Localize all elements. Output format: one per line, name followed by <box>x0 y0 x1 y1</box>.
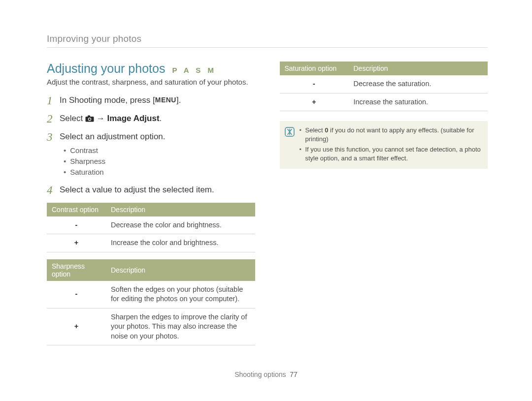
saturation-row1-sym: + <box>280 93 349 111</box>
contrast-row0-desc: Decrease the color and brightness. <box>106 216 255 234</box>
breadcrumb: Improving your photos <box>47 33 488 48</box>
step-2-arrow: → <box>94 114 107 123</box>
sharpness-row1-desc: Sharpen the edges to improve the clarity… <box>106 308 255 345</box>
content-columns: Adjusting your photos P A S M Adjust the… <box>47 62 488 345</box>
note-item-1: If you use this function, you cannot set… <box>299 145 481 163</box>
svg-rect-1 <box>88 115 90 117</box>
contrast-table: Contrast option Description - Decrease t… <box>47 203 255 252</box>
saturation-row1-desc: Increase the saturation. <box>349 93 488 111</box>
contrast-th-option: Contrast option <box>47 203 106 216</box>
step-1: In Shooting mode, press [MENU]. <box>47 95 255 106</box>
step-4-text: Select a value to adjust the selected it… <box>60 185 214 194</box>
note-box: Select 0 if you do not want to apply any… <box>280 121 488 169</box>
sharpness-row0-desc: Soften the edges on your photos (suitabl… <box>106 281 255 308</box>
step-1-text-prefix: In Shooting mode, press [ <box>60 95 155 105</box>
step-2: Select → Image Adjust. <box>47 113 255 124</box>
contrast-th-desc: Description <box>106 203 255 216</box>
right-column: Saturation option Description - Decrease… <box>280 62 488 345</box>
note-0-pre: Select <box>305 126 325 134</box>
table-row: - Decrease the saturation. <box>280 75 488 93</box>
sharpness-th-desc: Description <box>106 259 255 281</box>
section-intro: Adjust the contrast, sharpness, and satu… <box>47 78 255 86</box>
contrast-row0-sym: - <box>47 216 106 234</box>
note-list: Select 0 if you do not want to apply any… <box>299 126 481 164</box>
table-row: + Sharpen the edges to improve the clari… <box>47 308 255 345</box>
saturation-th-desc: Description <box>349 62 488 75</box>
sharpness-th-option: Sharpness option <box>47 259 106 281</box>
saturation-row0-desc: Decrease the saturation. <box>349 75 488 93</box>
svg-point-3 <box>89 118 91 120</box>
note-item-0: Select 0 if you do not want to apply any… <box>299 126 481 144</box>
page-footer: Shooting options 77 <box>0 370 532 378</box>
note-1-pre: If you use this function, you cannot set… <box>305 146 481 162</box>
table-row: - Soften the edges on your photos (suita… <box>47 281 255 308</box>
bullet-contrast: Contrast <box>64 146 255 155</box>
step-3: Select an adjustment option. Contrast Sh… <box>47 131 255 178</box>
step-4: Select a value to adjust the selected it… <box>47 185 255 196</box>
step-3-text: Select an adjustment option. <box>60 132 166 141</box>
step-3-bullets: Contrast Sharpness Saturation <box>60 143 255 178</box>
saturation-row0-sym: - <box>280 75 349 93</box>
sharpness-row1-sym: + <box>47 308 106 345</box>
section-title-text: Adjusting your photos <box>47 62 165 76</box>
camera-icon <box>85 115 94 122</box>
left-column: Adjusting your photos P A S M Adjust the… <box>47 62 255 345</box>
bullet-saturation: Saturation <box>64 167 255 177</box>
page-number: 77 <box>290 370 298 378</box>
table-row: - Decrease the color and brightness. <box>47 216 255 234</box>
saturation-th-option: Saturation option <box>280 62 349 75</box>
step-2-bold: Image Adjust <box>107 114 159 123</box>
manual-page: Improving your photos Adjusting your pho… <box>0 0 532 345</box>
sharpness-row0-sym: - <box>47 281 106 308</box>
step-1-text-suffix: ]. <box>176 95 181 105</box>
info-icon <box>285 127 295 137</box>
footer-label: Shooting options <box>234 370 286 378</box>
contrast-row1-sym: + <box>47 234 106 252</box>
bullet-sharpness: Sharpness <box>64 156 255 166</box>
saturation-table: Saturation option Description - Decrease… <box>280 62 488 111</box>
step-list: In Shooting mode, press [MENU]. Select →… <box>47 95 255 196</box>
table-row: + Increase the saturation. <box>280 93 488 111</box>
table-row: + Increase the color and brightness. <box>47 234 255 252</box>
step-2-suffix: . <box>160 114 162 123</box>
sharpness-table: Sharpness option Description - Soften th… <box>47 259 255 346</box>
step-2-prefix: Select <box>60 114 85 123</box>
note-0-post: if you do not want to apply any effects.… <box>305 126 474 143</box>
mode-indicator: P A S M <box>172 66 216 74</box>
contrast-row1-desc: Increase the color and brightness. <box>106 234 255 252</box>
menu-key-icon: MENU <box>155 95 176 105</box>
section-title: Adjusting your photos P A S M <box>47 62 255 76</box>
